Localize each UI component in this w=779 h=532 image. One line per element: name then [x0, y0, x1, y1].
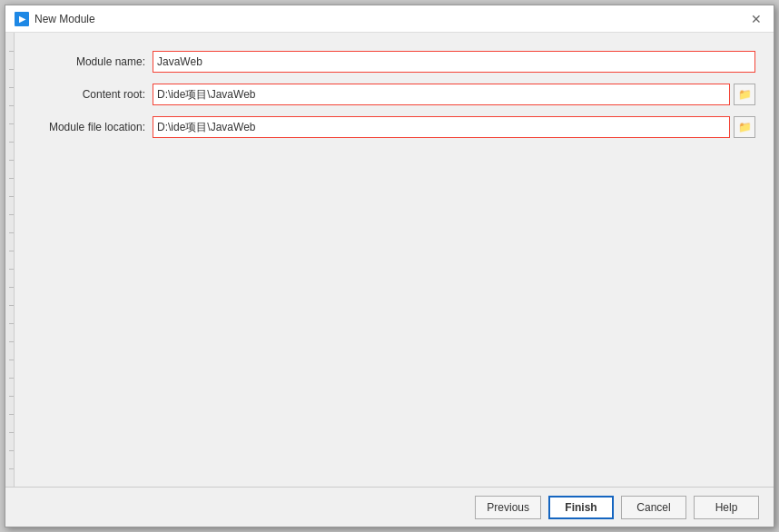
help-button[interactable]: Help — [694, 496, 759, 519]
new-module-dialog: ▶ New Module ✕ Module — [5, 5, 774, 527]
footer: Previous Finish Cancel Help — [5, 487, 774, 527]
left-ruler — [5, 33, 15, 487]
ruler-tick — [9, 432, 14, 433]
ruler-tick — [9, 142, 14, 143]
content-area: Module name: Content root: 📁 Module file… — [5, 33, 774, 487]
content-root-browse-button[interactable]: 📁 — [734, 84, 755, 105]
main-spacer — [27, 149, 755, 468]
folder-icon: 📁 — [738, 88, 752, 101]
ruler-tick — [9, 69, 14, 70]
ruler-tick — [9, 232, 14, 233]
title-left: ▶ New Module — [15, 12, 95, 26]
close-button[interactable]: ✕ — [748, 11, 764, 27]
ruler-tick — [9, 214, 14, 215]
module-file-input-wrapper: 📁 — [153, 116, 755, 138]
cancel-button[interactable]: Cancel — [621, 496, 686, 519]
ruler-tick — [9, 360, 14, 360]
content-root-input-wrapper: 📁 — [153, 84, 755, 105]
ruler-tick — [9, 51, 14, 52]
ruler-tick — [9, 269, 14, 270]
ruler-tick — [9, 105, 14, 106]
module-file-browse-button[interactable]: 📁 — [734, 116, 755, 138]
ruler-tick — [9, 378, 14, 379]
ruler-tick — [9, 468, 14, 469]
ruler-tick — [9, 251, 14, 251]
ruler-tick — [9, 305, 14, 306]
ruler-tick — [9, 323, 14, 324]
ruler-tick — [9, 87, 14, 88]
module-name-row: Module name: — [27, 51, 755, 73]
content-root-input[interactable] — [153, 84, 730, 105]
ruler-tick — [9, 450, 14, 451]
dialog-icon: ▶ — [15, 12, 29, 26]
title-bar: ▶ New Module ✕ — [5, 5, 774, 33]
finish-button[interactable]: Finish — [548, 496, 614, 519]
ruler-tick — [9, 396, 14, 397]
content-root-row: Content root: 📁 — [27, 84, 755, 105]
ruler-tick — [9, 123, 14, 124]
content-root-label: Content root: — [27, 88, 145, 101]
module-name-label: Module name: — [27, 55, 145, 68]
folder-icon: 📁 — [738, 121, 752, 133]
module-name-input-wrapper — [153, 51, 755, 73]
dialog-title: New Module — [35, 13, 95, 25]
module-name-input[interactable] — [153, 51, 755, 73]
ruler-tick — [9, 287, 14, 288]
ruler-tick — [9, 178, 14, 179]
module-file-row: Module file location: 📁 — [27, 116, 755, 138]
ruler-tick — [9, 414, 14, 415]
ruler-tick — [9, 196, 14, 197]
module-file-label: Module file location: — [27, 121, 145, 133]
ruler-tick — [9, 341, 14, 342]
previous-button[interactable]: Previous — [475, 496, 541, 519]
ruler-tick — [9, 160, 14, 161]
module-file-input[interactable] — [153, 116, 730, 138]
